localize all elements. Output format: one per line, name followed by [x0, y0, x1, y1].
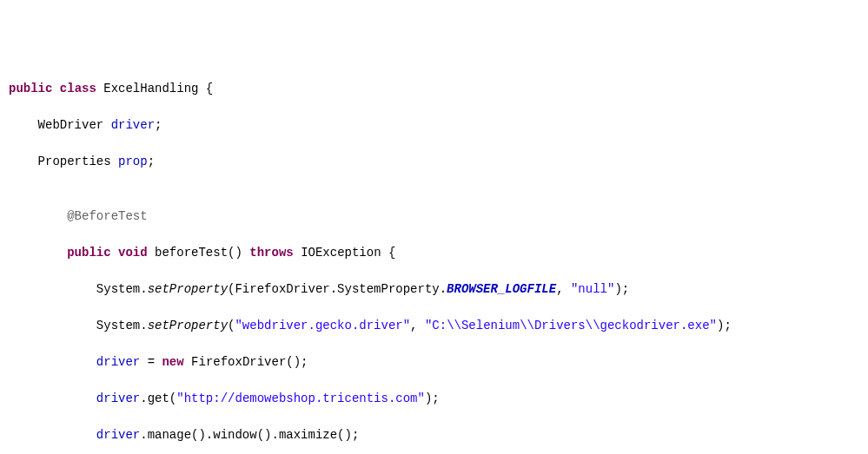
- code-line: driver = new FirefoxDriver();: [9, 353, 859, 372]
- code-line: public void beforeTest() throws IOExcept…: [9, 244, 859, 262]
- code-line: Properties prop;: [9, 153, 859, 171]
- code-line: public class ExcelHandling {: [9, 80, 859, 98]
- code-line: WebDriver driver;: [9, 116, 859, 135]
- code-line: System.setProperty("webdriver.gecko.driv…: [9, 317, 859, 335]
- code-line: driver.get("http://demowebshop.tricentis…: [9, 390, 859, 408]
- code-line: driver.manage().window().maximize();: [9, 426, 859, 444]
- code-line: @BeforeTest: [9, 207, 859, 226]
- code-line: System.setProperty(FirefoxDriver.SystemP…: [9, 280, 859, 299]
